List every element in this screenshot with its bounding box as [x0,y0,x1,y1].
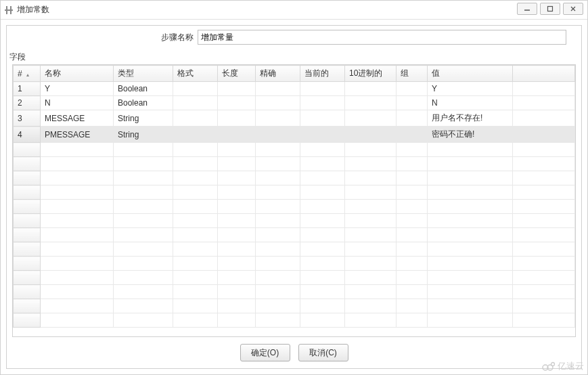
table-row-empty[interactable] [14,228,575,242]
cell-format[interactable] [173,96,218,110]
svg-rect-2 [5,9,13,11]
app-icon [3,5,14,16]
button-row: 确定(O) 取消(C) [12,337,576,363]
cell-type[interactable]: String [114,127,173,143]
cell-decimal[interactable] [345,127,397,143]
col-value[interactable]: 值 [428,66,513,82]
col-extra [513,66,575,82]
sort-icon: ▴ [26,72,29,78]
cell-num[interactable]: 2 [14,96,41,110]
cell-group[interactable] [397,127,428,143]
table-row-empty[interactable] [14,242,575,257]
cell-value[interactable]: N [428,96,513,110]
cell-current[interactable] [300,127,345,143]
table-row[interactable]: 3MESSAGEString用户名不存在! [14,110,575,127]
table-row-empty[interactable] [14,143,575,157]
dialog-window: 增加常数 步骤名称 字段 [0,0,588,375]
cell-extra [513,96,575,110]
cell-num[interactable]: 4 [14,127,41,143]
cell-type[interactable]: Boolean [114,96,173,110]
fields-section-label: 字段 [9,51,576,63]
cell-format[interactable] [173,110,218,127]
cell-format[interactable] [173,127,218,143]
cell-precision[interactable] [256,82,300,96]
step-name-label: 步骤名称 [161,32,194,43]
cell-current[interactable] [300,82,345,96]
col-name[interactable]: 名称 [41,66,114,82]
col-type[interactable]: 类型 [114,66,173,82]
step-name-input[interactable] [198,30,566,45]
cell-value[interactable]: 密码不正确! [428,127,513,143]
table-row-empty[interactable] [14,171,575,185]
table-row-empty[interactable] [14,285,575,299]
table-row-empty[interactable] [14,214,575,228]
cell-precision[interactable] [256,127,300,143]
cell-decimal[interactable] [345,110,397,127]
cell-decimal[interactable] [345,96,397,110]
col-group[interactable]: 组 [397,66,428,82]
col-format[interactable]: 格式 [173,66,218,82]
cell-decimal[interactable] [345,82,397,96]
svg-rect-4 [548,7,553,12]
cancel-button[interactable]: 取消(C) [298,344,348,361]
table-row-empty[interactable] [14,257,575,271]
cell-length[interactable] [218,110,256,127]
titlebar: 增加常数 [1,1,587,20]
cell-type[interactable]: String [114,110,173,127]
cell-extra [513,82,575,96]
table-row-empty[interactable] [14,185,575,200]
table-row-empty[interactable] [14,271,575,285]
cell-current[interactable] [300,96,345,110]
cell-precision[interactable] [256,96,300,110]
inner-panel: 步骤名称 字段 #▴ 名称 类型 格式 长度 [6,25,582,369]
cell-length[interactable] [218,96,256,110]
cell-precision[interactable] [256,110,300,127]
cell-length[interactable] [218,127,256,143]
table-row[interactable]: 1YBooleanY [14,82,575,96]
cell-value[interactable]: Y [428,82,513,96]
cell-group[interactable] [397,96,428,110]
cell-name[interactable]: N [41,96,114,110]
col-decimal[interactable]: 10进制的 [345,66,397,82]
cell-current[interactable] [300,110,345,127]
table-row-empty[interactable] [14,313,575,328]
cell-name[interactable]: PMESSAGE [41,127,114,143]
col-current[interactable]: 当前的 [300,66,345,82]
content-area: 步骤名称 字段 #▴ 名称 类型 格式 长度 [1,20,587,374]
cell-num[interactable]: 1 [14,82,41,96]
window-controls [517,3,583,15]
window-title: 增加常数 [17,4,49,16]
table-row-empty[interactable] [14,157,575,171]
fields-table[interactable]: #▴ 名称 类型 格式 长度 精确 当前的 10进制的 组 值 [12,64,576,337]
close-button[interactable] [563,3,583,15]
cell-name[interactable]: Y [41,82,114,96]
cell-extra [513,110,575,127]
cell-type[interactable]: Boolean [114,82,173,96]
cell-extra [513,127,575,143]
table-header-row: #▴ 名称 类型 格式 长度 精确 当前的 10进制的 组 值 [14,66,575,82]
col-length[interactable]: 长度 [218,66,256,82]
table-row-empty[interactable] [14,299,575,313]
minimize-button[interactable] [517,3,537,15]
ok-button[interactable]: 确定(O) [240,344,290,361]
cell-group[interactable] [397,110,428,127]
cell-group[interactable] [397,82,428,96]
cell-num[interactable]: 3 [14,110,41,127]
col-precision[interactable]: 精确 [256,66,300,82]
step-name-row: 步骤名称 [12,30,576,45]
table-row-empty[interactable] [14,200,575,214]
col-hash[interactable]: #▴ [14,66,41,82]
cell-value[interactable]: 用户名不存在! [428,110,513,127]
table-row[interactable]: 2NBooleanN [14,96,575,110]
cell-name[interactable]: MESSAGE [41,110,114,127]
maximize-button[interactable] [540,3,560,15]
cell-format[interactable] [173,82,218,96]
table-row[interactable]: 4PMESSAGEString密码不正确! [14,127,575,143]
cell-length[interactable] [218,82,256,96]
